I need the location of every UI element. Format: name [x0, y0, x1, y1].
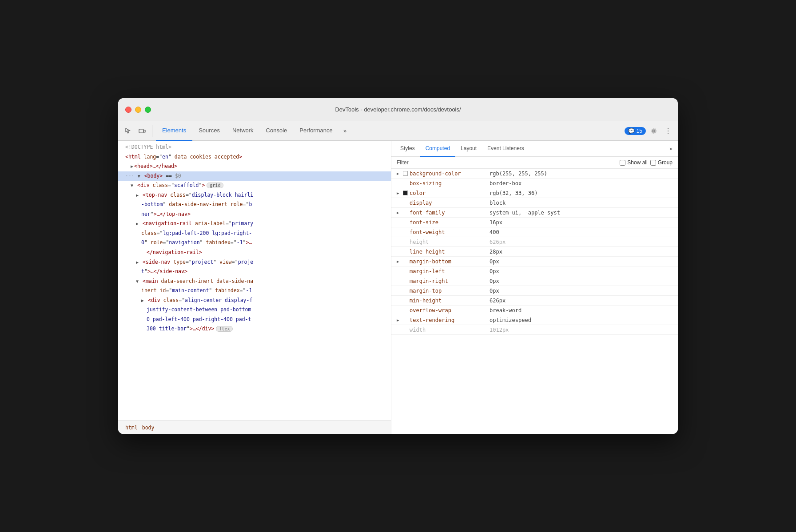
tab-console[interactable]: Console: [260, 121, 294, 141]
prop-name: background-color: [410, 171, 490, 177]
minimize-button[interactable]: [135, 107, 141, 113]
property-row[interactable]: ▶margin-bottom0px: [391, 257, 678, 266]
tab-event-listeners[interactable]: Event Listeners: [482, 141, 529, 157]
chat-icon: 💬: [628, 128, 635, 134]
prop-expand-arrow[interactable]: ▶: [397, 210, 401, 215]
tab-network[interactable]: Network: [226, 121, 260, 141]
tree-body-selected[interactable]: ··· ▼ <body> == $0: [118, 171, 391, 181]
property-row[interactable]: displayblock: [391, 198, 678, 208]
prop-value: 626px: [490, 298, 505, 304]
group-checkbox[interactable]: [650, 160, 656, 166]
tree-div-inner-3[interactable]: 0 pad-left-400 pad-right-400 pad-t: [118, 315, 391, 325]
tree-nav-rail-4[interactable]: </navigation-rail>: [118, 248, 391, 258]
tree-side-nav-1[interactable]: ▶ <side-nav type="project" view="proje: [118, 258, 391, 267]
tree-doctype[interactable]: <!DOCTYPE html>: [118, 143, 391, 152]
tree-top-nav-1[interactable]: ▶ <top-nav class="display-block hairli: [118, 191, 391, 200]
tree-div-inner-2[interactable]: justify-content-between pad-bottom: [118, 305, 391, 315]
tabs-right-group: 💬 15 ⋮: [625, 125, 674, 137]
prop-name: font-family: [410, 210, 490, 216]
more-computed-tabs[interactable]: »: [668, 146, 674, 152]
tab-computed[interactable]: Computed: [420, 141, 455, 157]
tree-nav-rail-1[interactable]: ▶ <navigation-rail aria-label="primary: [118, 219, 391, 229]
property-row[interactable]: ▶background-colorrgb(255, 255, 255): [391, 169, 678, 179]
prop-name: color: [410, 190, 490, 196]
device-toggle-icon[interactable]: [136, 125, 148, 137]
prop-expand-arrow[interactable]: ▶: [397, 259, 401, 264]
prop-value: 400: [490, 229, 499, 235]
color-swatch: [403, 171, 408, 176]
tab-styles[interactable]: Styles: [395, 141, 420, 157]
prop-expand-arrow[interactable]: ▶: [397, 191, 401, 195]
property-row[interactable]: width1012px: [391, 325, 678, 335]
property-row[interactable]: margin-left0px: [391, 266, 678, 276]
property-row[interactable]: font-size16px: [391, 218, 678, 227]
property-row[interactable]: margin-top0px: [391, 286, 678, 296]
prop-name: display: [410, 200, 490, 206]
prop-value: rgb(32, 33, 36): [490, 190, 537, 196]
tree-main-1[interactable]: ▼ <main data-search-inert data-side-na: [118, 277, 391, 286]
property-row[interactable]: height626px: [391, 237, 678, 247]
prop-expand-arrow[interactable]: ▶: [397, 318, 401, 322]
prop-value: border-box: [490, 180, 521, 187]
property-row[interactable]: line-height28px: [391, 247, 678, 257]
tree-head[interactable]: ▶<head>…</head>: [118, 162, 391, 171]
prop-value: 0px: [490, 258, 499, 265]
group-label: Group: [658, 159, 673, 166]
property-row[interactable]: min-height626px: [391, 296, 678, 306]
prop-name: margin-left: [410, 268, 490, 274]
tree-div-scaffold[interactable]: ▼ <div class="scaffold">grid: [118, 181, 391, 191]
tree-html[interactable]: <html lang="en" data-cookies-accepted>: [118, 152, 391, 162]
maximize-button[interactable]: [145, 107, 151, 113]
tree-div-inner-1[interactable]: ▶ <div class="align-center display-f: [118, 296, 391, 306]
color-swatch: [403, 191, 408, 195]
property-row[interactable]: ▶text-renderingoptimizespeed: [391, 315, 678, 325]
prop-value: rgb(255, 255, 255): [490, 171, 547, 177]
notifications-badge[interactable]: 💬 15: [625, 127, 646, 135]
tree-top-nav-3[interactable]: ner">…</top-nav>: [118, 210, 391, 219]
tab-sources[interactable]: Sources: [192, 121, 226, 141]
property-row[interactable]: font-weight400: [391, 227, 678, 237]
close-button[interactable]: [125, 107, 131, 113]
show-all-group: Show all: [620, 159, 647, 166]
breadcrumb: html body: [118, 421, 391, 434]
group-group: Group: [650, 159, 673, 166]
tree-nav-rail-2[interactable]: class="lg:pad-left-200 lg:pad-right-: [118, 229, 391, 238]
filter-bar: Filter Show all Group: [391, 157, 678, 169]
filter-label: Filter: [397, 159, 409, 166]
property-row[interactable]: ▶colorrgb(32, 33, 36): [391, 188, 678, 198]
inspect-icon[interactable]: [122, 125, 134, 137]
property-row[interactable]: overflow-wrapbreak-word: [391, 306, 678, 315]
computed-tab-bar: Styles Computed Layout Event Listeners »: [391, 141, 678, 157]
prop-name: margin-bottom: [410, 258, 490, 265]
tab-layout[interactable]: Layout: [455, 141, 482, 157]
show-all-checkbox[interactable]: [620, 160, 625, 166]
breadcrumb-html[interactable]: html: [123, 424, 139, 432]
tree-div-inner-4[interactable]: 300 title-bar">…</div>flex: [118, 324, 391, 334]
prop-value: optimizespeed: [490, 317, 531, 323]
prop-name: box-sizing: [410, 180, 490, 187]
devtools-icon-group: [122, 125, 152, 137]
settings-icon[interactable]: [648, 125, 660, 137]
more-options-icon[interactable]: ⋮: [662, 125, 674, 137]
more-tabs-button[interactable]: »: [339, 125, 351, 137]
filter-checkboxes: Show all Group: [620, 159, 673, 166]
tree-top-nav-2[interactable]: -bottom" data-side-nav-inert role="b: [118, 200, 391, 210]
tree-nav-rail-3[interactable]: 0" role="navigation" tabindex="-1">…: [118, 238, 391, 248]
tab-elements[interactable]: Elements: [156, 121, 192, 141]
prop-name: overflow-wrap: [410, 307, 490, 314]
elements-tree[interactable]: <!DOCTYPE html> <html lang="en" data-coo…: [118, 141, 391, 421]
property-row[interactable]: ▶font-familysystem-ui, -apple-syst: [391, 208, 678, 218]
svg-rect-1: [144, 130, 145, 132]
tree-side-nav-2[interactable]: t">…</side-nav>: [118, 267, 391, 277]
svg-rect-0: [139, 129, 143, 133]
tab-performance[interactable]: Performance: [293, 121, 338, 141]
prop-value: 0px: [490, 278, 499, 284]
prop-value: 626px: [490, 239, 505, 245]
tree-main-2[interactable]: inert id="main-content" tabindex="-1: [118, 286, 391, 296]
property-row[interactable]: margin-right0px: [391, 276, 678, 286]
devtools-tab-bar: Elements Sources Network Console Perform…: [118, 121, 678, 141]
property-row[interactable]: box-sizingborder-box: [391, 179, 678, 188]
prop-name: min-height: [410, 298, 490, 304]
breadcrumb-body[interactable]: body: [140, 424, 156, 432]
prop-expand-arrow[interactable]: ▶: [397, 171, 401, 176]
